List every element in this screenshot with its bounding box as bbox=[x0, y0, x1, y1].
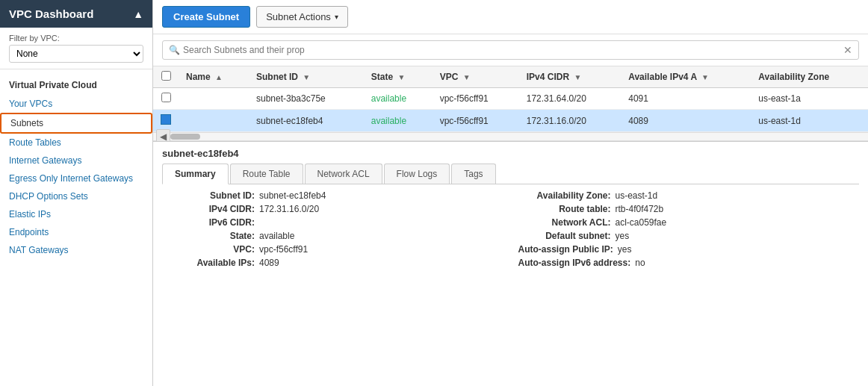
detail-row-default-subnet: Default subnet: yes bbox=[518, 231, 860, 241]
available-ips-label: Available IPs: bbox=[162, 258, 259, 268]
row2-state: available bbox=[364, 110, 433, 132]
table-row[interactable]: subnet-3ba3c75e available vpc-f56cff91 1… bbox=[153, 88, 868, 110]
subnet-id-label: Subnet ID: bbox=[162, 190, 259, 201]
row1-az: us-east-1a bbox=[751, 88, 868, 110]
row2-checked-icon bbox=[161, 114, 171, 125]
search-input[interactable] bbox=[183, 45, 843, 55]
row2-checkbox-cell[interactable] bbox=[153, 110, 179, 132]
sidebar-item-route-tables[interactable]: Route Tables bbox=[0, 134, 152, 152]
detail-row-auto-assign-public: Auto-assign Public IP: yes bbox=[518, 244, 860, 255]
detail-row-route-table: Route table: rtb-4f0f472b bbox=[518, 204, 860, 214]
search-bar: 🔍 ✕ bbox=[162, 40, 859, 60]
tab-summary[interactable]: Summary bbox=[162, 164, 229, 184]
auto-assign-public-label: Auto-assign Public IP: bbox=[518, 244, 618, 255]
row1-available-ipv4: 4091 bbox=[621, 88, 751, 110]
auto-assign-ipv6-label: Auto-assign IPv6 address: bbox=[518, 258, 636, 268]
sidebar-item-dhcp-options[interactable]: DHCP Options Sets bbox=[0, 187, 152, 205]
main-content: Create Subnet Subnet Actions ▾ 🔍 ✕ Name … bbox=[153, 0, 868, 386]
toolbar: Create Subnet Subnet Actions ▾ bbox=[153, 0, 868, 34]
col-vpc[interactable]: VPC ▼ bbox=[433, 66, 519, 88]
detail-row-available-ips: Available IPs: 4089 bbox=[162, 258, 503, 268]
detail-row-auto-assign-ipv6: Auto-assign IPv6 address: no bbox=[518, 258, 860, 268]
sidebar-item-egress-only[interactable]: Egress Only Internet Gateways bbox=[0, 169, 152, 187]
create-subnet-button[interactable]: Create Subnet bbox=[162, 6, 250, 28]
sort-vpc-icon: ▼ bbox=[463, 73, 471, 81]
subnet-id-value: subnet-ec18feb4 bbox=[259, 190, 326, 201]
sidebar-title: VPC Dashboard bbox=[9, 7, 93, 20]
tab-tags[interactable]: Tags bbox=[451, 164, 495, 184]
row1-name bbox=[179, 88, 249, 110]
sidebar-item-your-vpcs[interactable]: Your VPCs bbox=[0, 95, 152, 113]
vpc-value[interactable]: vpc-f56cff91 bbox=[259, 244, 308, 255]
network-acl-label: Network ACL: bbox=[518, 217, 616, 228]
ipv4cidr-label: IPv4 CIDR: bbox=[162, 204, 259, 214]
detail-row-ipv4cidr: IPv4 CIDR: 172.31.16.0/20 bbox=[162, 204, 503, 214]
row1-ipv4cidr: 172.31.64.0/20 bbox=[519, 88, 621, 110]
sort-available-icon: ▼ bbox=[701, 73, 709, 81]
available-ips-value: 4089 bbox=[259, 258, 279, 268]
sort-state-icon: ▼ bbox=[397, 73, 405, 81]
sort-name-icon: ▲ bbox=[215, 73, 223, 81]
detail-row-ipv6cidr: IPv6 CIDR: bbox=[162, 217, 503, 228]
scrollbar-thumb[interactable] bbox=[170, 134, 200, 140]
ipv4cidr-value: 172.31.16.0/20 bbox=[259, 204, 319, 214]
row1-vpc: vpc-f56cff91 bbox=[433, 88, 519, 110]
horizontal-scrollbar[interactable]: ◀ bbox=[153, 132, 868, 141]
vpc-filter-select[interactable]: None bbox=[9, 45, 143, 63]
ipv6cidr-label: IPv6 CIDR: bbox=[162, 217, 259, 228]
row2-vpc: vpc-f56cff91 bbox=[433, 110, 519, 132]
sidebar-item-subnets[interactable]: Subnets bbox=[0, 113, 152, 134]
detail-row-subnet-id: Subnet ID: subnet-ec18feb4 bbox=[162, 190, 503, 201]
auto-assign-public-value: yes bbox=[618, 244, 632, 255]
sidebar-section-header: Virtual Private Cloud bbox=[0, 75, 152, 95]
sidebar-item-endpoints[interactable]: Endpoints bbox=[0, 223, 152, 241]
sidebar-nav: Virtual Private Cloud Your VPCs Subnets … bbox=[0, 69, 152, 386]
chevron-down-icon: ▾ bbox=[335, 13, 338, 21]
detail-row-network-acl: Network ACL: acl-ca059fae bbox=[518, 217, 860, 228]
sidebar-header: VPC Dashboard ▲ bbox=[0, 0, 152, 28]
az-label: Availability Zone: bbox=[518, 190, 616, 201]
tab-route-table[interactable]: Route Table bbox=[230, 164, 303, 184]
col-az[interactable]: Availability Zone bbox=[751, 66, 868, 88]
detail-subtitle: subnet-ec18feb4 bbox=[162, 148, 859, 159]
network-acl-value[interactable]: acl-ca059fae bbox=[616, 217, 667, 228]
select-all-header[interactable] bbox=[153, 66, 179, 88]
detail-row-az: Availability Zone: us-east-1d bbox=[518, 190, 860, 201]
col-ipv4cidr[interactable]: IPv4 CIDR ▼ bbox=[519, 66, 621, 88]
row1-checkbox-cell[interactable] bbox=[153, 88, 179, 110]
row2-subnet-id: subnet-ec18feb4 bbox=[249, 110, 364, 132]
sidebar-item-nat-gateways[interactable]: NAT Gateways bbox=[0, 241, 152, 259]
subnet-table-container: Name ▲ Subnet ID ▼ State ▼ VPC ▼ IPv4 CI… bbox=[153, 66, 868, 132]
route-table-value[interactable]: rtb-4f0f472b bbox=[616, 204, 664, 214]
auto-assign-ipv6-value: no bbox=[635, 258, 645, 268]
sidebar-item-elastic-ips[interactable]: Elastic IPs bbox=[0, 205, 152, 223]
filter-label: Filter by VPC: bbox=[9, 34, 143, 43]
subnet-actions-button[interactable]: Subnet Actions ▾ bbox=[256, 6, 348, 28]
state-value: available bbox=[259, 231, 294, 241]
search-clear-icon[interactable]: ✕ bbox=[843, 44, 852, 56]
search-icon: 🔍 bbox=[169, 45, 180, 55]
sidebar-item-internet-gateways[interactable]: Internet Gateways bbox=[0, 152, 152, 169]
row1-state: available bbox=[364, 88, 433, 110]
row2-ipv4cidr: 172.31.16.0/20 bbox=[519, 110, 621, 132]
row2-name bbox=[179, 110, 249, 132]
detail-row-vpc: VPC: vpc-f56cff91 bbox=[162, 244, 503, 255]
sidebar: VPC Dashboard ▲ Filter by VPC: None Virt… bbox=[0, 0, 153, 386]
table-row[interactable]: subnet-ec18feb4 available vpc-f56cff91 1… bbox=[153, 110, 868, 132]
sidebar-scroll-up[interactable]: ▲ bbox=[133, 8, 143, 20]
col-subnet-id[interactable]: Subnet ID ▼ bbox=[249, 66, 364, 88]
route-table-label: Route table: bbox=[518, 204, 616, 214]
detail-col-left: Subnet ID: subnet-ec18feb4 IPv4 CIDR: 17… bbox=[162, 190, 503, 271]
vpc-label: VPC: bbox=[162, 244, 259, 255]
row1-checkbox[interactable] bbox=[161, 93, 171, 102]
detail-body: Subnet ID: subnet-ec18feb4 IPv4 CIDR: 17… bbox=[162, 190, 859, 271]
col-state[interactable]: State ▼ bbox=[364, 66, 433, 88]
default-subnet-label: Default subnet: bbox=[518, 231, 616, 241]
col-available-ipv4[interactable]: Available IPv4 A ▼ bbox=[621, 66, 751, 88]
sort-subnetid-icon: ▼ bbox=[303, 73, 310, 81]
state-label: State: bbox=[162, 231, 259, 241]
col-name[interactable]: Name ▲ bbox=[179, 66, 249, 88]
select-all-checkbox[interactable] bbox=[161, 71, 171, 81]
tab-flow-logs[interactable]: Flow Logs bbox=[384, 164, 450, 184]
tab-network-acl[interactable]: Network ACL bbox=[305, 164, 382, 184]
